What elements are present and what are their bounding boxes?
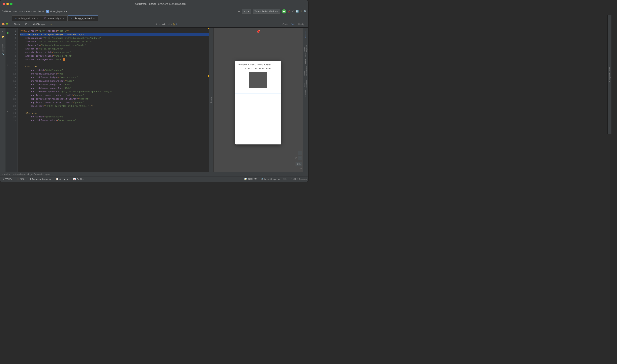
ln-20: 20 (10, 97, 17, 101)
pin-icon: 📌 (256, 30, 260, 34)
warn-icon[interactable]: ⚠ (51, 23, 52, 26)
zoom-level-dropdown[interactable]: 30 ▾ (23, 22, 31, 27)
code-line-4: xmlns:app="http://schemas.android.com/ap… (20, 40, 209, 43)
minimize-button[interactable] (6, 3, 9, 5)
xml-icon: X (46, 10, 49, 13)
code-mode-label: Code (282, 23, 288, 26)
sidebar-item-flutter-inspector[interactable]: Flutter Inspector (303, 40, 308, 52)
gutter-fold-11[interactable]: ▼ (6, 63, 10, 67)
info-icon[interactable]: ℹ (176, 23, 177, 26)
tab-close-bitmap-layout[interactable]: ✕ (93, 17, 95, 19)
zoom-reset-button[interactable]: 1:1 (296, 162, 302, 166)
app-label: app (244, 10, 247, 13)
sidebar-item-attributes[interactable]: Attributes (303, 28, 308, 40)
gutter-fold-24[interactable]: ▼ (6, 110, 10, 114)
breadcrumb-res[interactable]: res (33, 10, 36, 13)
ln-8: 8 (10, 54, 17, 58)
app-dropdown[interactable]: app ▾ (242, 9, 251, 13)
ruler-icon[interactable]: 📐 (173, 23, 175, 26)
code-line-13: android:layout_width="0dp" (20, 72, 209, 76)
close-button[interactable] (3, 3, 5, 5)
split-mode-label: Split (291, 23, 295, 25)
code-mode-button[interactable]: Code (281, 23, 289, 26)
gutter-item-23 (6, 106, 10, 110)
palette-panel[interactable]: Palette (209, 28, 213, 172)
fold-icon[interactable]: ▼ (7, 111, 8, 113)
code-line-1: <?xml version="1.0" encoding="utf-8"?> (20, 29, 209, 33)
sidebar-item-3[interactable]: 🔧 (0, 52, 5, 57)
tab-close-mainactivity[interactable]: ✕ (63, 17, 65, 19)
breadcrumb-app[interactable]: app (14, 10, 18, 13)
sidebar-item-2[interactable]: 📁 (0, 34, 5, 39)
zoom-out-button[interactable]: − (298, 156, 302, 160)
sidebar-item-1[interactable]: ≡ (0, 29, 5, 34)
gutter-item-21 (6, 99, 10, 103)
component-tree-toggle-icon[interactable]: 🌳 (6, 23, 9, 26)
terminal-label: 终端 (20, 178, 25, 181)
sync-icon[interactable]: 🔄 (296, 10, 299, 13)
device-dropdown[interactable]: Xiaomi Redmi K20 Pro ▾ (253, 9, 280, 13)
breadcrumb-layout[interactable]: layout (38, 10, 44, 13)
app-dropdown-design[interactable]: GetBitmap ▾ (31, 22, 47, 27)
breadcrumb-main[interactable]: main (26, 10, 30, 13)
zoom-preset-dropdown[interactable]: Pixel ▾ (12, 22, 22, 27)
design-mode-button[interactable]: Design (297, 23, 307, 26)
resource-manager-icon[interactable]: Resource Manager (0, 39, 5, 52)
anchor-icon[interactable]: ⚓ (169, 23, 170, 26)
offset-input[interactable]: 0dp (161, 22, 168, 27)
ln-17: 17 (10, 86, 17, 90)
search-icon[interactable]: 🔍 (304, 10, 307, 13)
ln-1: 1 (10, 29, 17, 33)
profile-icon[interactable]: ⏱ (292, 10, 294, 13)
bb-database-inspector[interactable]: 🗄 Database Inspector (28, 178, 52, 181)
warn-icon[interactable]: ⚠ (300, 10, 302, 13)
gutter-item-16 (6, 81, 10, 85)
breadcrumb-src[interactable]: src (20, 10, 24, 13)
zoom-in-button[interactable]: + (298, 151, 302, 155)
gutter-item-8 (6, 53, 10, 56)
debug-icon[interactable]: 🐞 (288, 10, 291, 13)
toolbar-right: ⬅ app ▾ Xiaomi Redmi K20 Pro ▾ ▶ 🐞 ⏱ 🔄 ⚠… (238, 9, 307, 13)
gutter-item-2[interactable] (6, 31, 10, 35)
code-area[interactable]: <?xml version="1.0" encoding="utf-8"?> <… (18, 28, 209, 172)
xml-icon: ≡ (14, 17, 17, 20)
tab-bitmap-layout[interactable]: ≡ bitmap_layout.xml ✕ (67, 15, 98, 21)
bb-logcat[interactable]: 📋 6: Logcat (55, 177, 69, 181)
tab-close-activity-main[interactable]: ✕ (36, 17, 39, 19)
sidebar-item-flutter-outline[interactable]: Flutter Outline (303, 52, 308, 64)
breadcrumb-file[interactable]: X bitmap_layout.xml (46, 10, 67, 13)
chevron-down-icon: ▾ (28, 23, 29, 26)
run-button[interactable]: ▶ (282, 9, 286, 13)
palette-toggle-icon[interactable]: 🎨 (2, 23, 5, 26)
chevron-down-icon: ▾ (19, 23, 20, 26)
bb-event-log[interactable]: 📝 事件日志 (244, 177, 257, 181)
tab-activity-main[interactable]: ≡ activity_main.xml ✕ (12, 15, 41, 21)
app-label: GetBitmap (33, 23, 43, 26)
breadcrumb-getbitmap[interactable]: GetBitmap (2, 10, 12, 13)
bb-layout-inspector[interactable]: 🔎 Layout Inspector (260, 177, 281, 181)
pen-icon[interactable]: ✏ (171, 23, 172, 26)
maximize-button[interactable] (10, 3, 13, 5)
bb-terminal[interactable]: ⬛ 终端 (16, 177, 25, 181)
nav-back-icon[interactable]: ⬅ (238, 10, 240, 13)
gutter-item-7 (6, 49, 10, 53)
sidebar-item-flutter-performance[interactable]: Flutter Performance (303, 64, 308, 76)
fold-icon[interactable]: ▼ (7, 64, 8, 66)
ln-3: 3 (10, 36, 17, 40)
bb-profiler[interactable]: 📊 Profiler (72, 177, 84, 181)
cursor-icon[interactable]: ↗ (158, 23, 160, 26)
ln-2: 2 (10, 33, 17, 36)
sidebar-item-layout-validation[interactable]: Layout Validation (303, 76, 308, 88)
grid-icon[interactable]: ⊞ (301, 167, 302, 170)
code-line-17: android:layout_marginEnd="16dp" (20, 86, 209, 90)
eye-icon[interactable]: 👁 (156, 23, 158, 26)
hand-tool-icon[interactable]: ☞ (295, 156, 297, 160)
preview-area[interactable]: 📌 这里是一段正文内容，用来显示正文信息。 A1B2-C3D4-E5F6-G7H… (213, 28, 303, 172)
ln-6: 6 (10, 47, 17, 51)
bb-todo[interactable]: ☑ TODO (2, 177, 13, 181)
sidebar-item-assistant[interactable]: Assistant (303, 88, 308, 100)
code-line-6: android:id="@+id/bitmap_root" (20, 47, 209, 51)
ln-25: 25 (10, 115, 17, 119)
tab-mainactivity[interactable]: K MainActivity.kt ✕ (41, 15, 67, 21)
split-mode-button[interactable]: Split (289, 23, 297, 26)
